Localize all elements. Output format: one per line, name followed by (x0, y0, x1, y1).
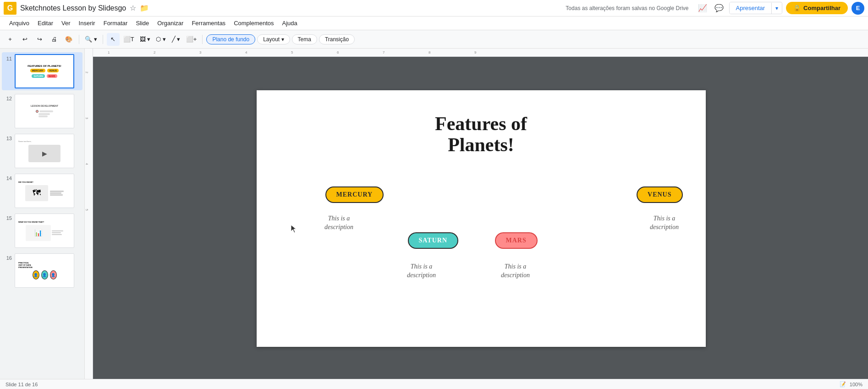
lock-icon: 🔒 (793, 5, 801, 11)
slide-num-14: 14 (4, 175, 12, 181)
saturn-label: Saturn (419, 237, 448, 244)
slide-thumb-13[interactable]: 13 Some text here... ▶ (2, 132, 82, 170)
bottom-bar: Slide 11 de 16 📝 100% (0, 379, 868, 389)
mars-desc: This is adescription (483, 262, 548, 280)
zoom-level: 100% (850, 382, 863, 387)
slide-thumb-14[interactable]: 14 DID YOU KNOW? 🗺 (2, 172, 82, 210)
slide-title-line2: Planets! (257, 134, 706, 155)
transition-button[interactable]: Transição (319, 34, 355, 44)
venus-desc: This is adescription (632, 214, 697, 232)
mercury-badge[interactable]: Mercury (325, 186, 384, 203)
zoom-button[interactable]: 🔍 ▾ (83, 33, 99, 46)
line-tool[interactable]: ╱ ▾ (170, 33, 182, 46)
menu-ferramentas[interactable]: Ferramentas (188, 18, 229, 28)
present-button-group: Apresentar ▾ (729, 2, 783, 14)
menu-arquivo[interactable]: Arquivo (5, 18, 33, 28)
share-label: Compartilhar (803, 5, 841, 11)
menu-organizar[interactable]: Organizar (154, 18, 187, 28)
slide-num-13: 13 (4, 136, 12, 141)
text-box-tool[interactable]: ⬜T (121, 33, 136, 46)
menu-complementos[interactable]: Complementos (230, 18, 277, 28)
slide-num-15: 15 (4, 215, 12, 221)
top-bar: G Sketchnotes Lesson by Slidesgo ☆ 📁 Tod… (0, 0, 868, 16)
present-main-button[interactable]: Apresentar (730, 2, 772, 14)
divider2 (103, 35, 103, 44)
main-area: 11 FEATURES OF PLANETS! MERCURY VENUS SA… (0, 49, 868, 379)
folder-icon[interactable]: 📁 (140, 4, 149, 12)
print-button[interactable]: 🖨 (48, 33, 60, 46)
image-tool[interactable]: 🖼 ▾ (138, 33, 153, 46)
menu-ajuda[interactable]: Ajuda (279, 18, 301, 28)
slides-panel: 11 FEATURES OF PLANETS! MERCURY VENUS SA… (0, 49, 85, 379)
select-tool[interactable]: ↖ (107, 33, 120, 46)
slide-title-line1: Features of (257, 113, 706, 134)
theme-button[interactable]: Tema (292, 34, 317, 44)
share-button[interactable]: 🔒 Compartilhar (786, 2, 848, 14)
slide-preview-11: FEATURES OF PLANETS! MERCURY VENUS SATUR… (15, 54, 74, 88)
slide-preview-13: Some text here... ▶ (15, 134, 74, 168)
slide-canvas[interactable]: Features of Planets! Mercury This is ade… (257, 90, 706, 347)
mars-label: Mars (506, 237, 527, 244)
divider3 (202, 35, 203, 44)
comment-button[interactable]: ⬜+ (184, 33, 199, 46)
redo-button[interactable]: ↪ (33, 33, 46, 46)
toolbar: + ↩ ↪ 🖨 🎨 🔍 ▾ ↖ ⬜T 🖼 ▾ ⬡ ▾ ╱ ▾ ⬜+ Plano … (0, 30, 868, 49)
star-icon[interactable]: ☆ (130, 4, 136, 12)
ruler-horizontal: 1 2 3 4 5 6 7 8 9 (85, 49, 868, 57)
slide-num-12: 12 (4, 96, 12, 101)
chat-icon[interactable]: 💬 (713, 2, 725, 15)
slide-thumb-16[interactable]: 16 PRACTICALUNIT OF DATAPRESENTATION 👤 👤… (2, 252, 82, 290)
mercury-label: Mercury (336, 191, 373, 198)
venus-label: Venus (648, 191, 671, 198)
saturn-badge[interactable]: Saturn (408, 232, 459, 249)
saturn-desc: This is adescription (392, 262, 451, 280)
app-logo: G (4, 2, 16, 15)
slide-thumb-12[interactable]: 12 LESSON DEVELOPMENT (2, 92, 82, 130)
mercury-desc: This is adescription (307, 214, 371, 232)
venus-badge[interactable]: Venus (637, 186, 682, 203)
menu-formatar[interactable]: Formatar (100, 18, 132, 28)
bg-button[interactable]: Plano de fundo (206, 34, 255, 44)
menu-ver[interactable]: Ver (58, 18, 74, 28)
menu-inserir[interactable]: Inserir (75, 18, 99, 28)
present-dropdown-button[interactable]: ▾ (771, 3, 782, 14)
menu-bar: Arquivo Editar Ver Inserir Formatar Slid… (0, 16, 868, 30)
shape-tool[interactable]: ⬡ ▾ (154, 33, 168, 46)
slide-preview-14: DID YOU KNOW? 🗺 (15, 174, 74, 208)
doc-title: Sketchnotes Lesson by Slidesgo (20, 4, 126, 12)
slide-preview-12: LESSON DEVELOPMENT (15, 94, 74, 128)
paint-format-button[interactable]: 🎨 (62, 33, 75, 46)
activity-icon[interactable]: 📈 (696, 2, 709, 15)
menu-editar[interactable]: Editar (34, 18, 57, 28)
slide-counter: Slide 11 de 16 (5, 382, 38, 387)
ruler-vertical: 2 3 4 5 (85, 49, 93, 379)
slide-num-16: 16 (4, 255, 12, 261)
slide-preview-16: PRACTICALUNIT OF DATAPRESENTATION 👤 👤 👤 (15, 253, 74, 288)
slide-title: Features of Planets! (257, 113, 706, 155)
slide-num-11: 11 (4, 56, 12, 61)
speaker-notes-icon[interactable]: 📝 (840, 381, 846, 387)
save-status: Todas as alterações foram salvas no Goog… (566, 5, 688, 11)
divider1 (79, 35, 79, 44)
top-bar-right: 📈 💬 Apresentar ▾ 🔒 Compartilhar E (696, 2, 865, 15)
slide-preview-15: WHAT DO YOU KNOW THAT? 📊 (15, 214, 74, 248)
canvas-area[interactable]: 1 2 3 4 5 6 7 8 9 2 3 4 5 Features of Pl… (85, 49, 868, 379)
slide-thumb-11[interactable]: 11 FEATURES OF PLANETS! MERCURY VENUS SA… (2, 52, 82, 90)
layout-button[interactable]: Layout ▾ (257, 34, 290, 44)
layout-label: Layout (263, 36, 280, 43)
mars-badge[interactable]: Mars (495, 232, 538, 249)
avatar: E (852, 2, 864, 15)
menu-slide[interactable]: Slide (132, 18, 153, 28)
slide-thumb-15[interactable]: 15 WHAT DO YOU KNOW THAT? 📊 (2, 212, 82, 250)
undo-button[interactable]: ↩ (18, 33, 31, 46)
add-button[interactable]: + (4, 33, 16, 46)
